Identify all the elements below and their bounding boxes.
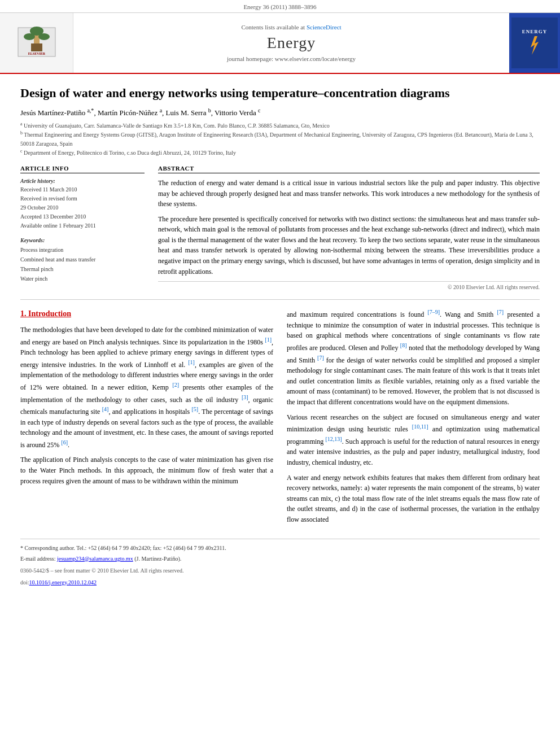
article-title: Design of water and energy networks usin… [20, 85, 540, 102]
svg-point-4 [38, 33, 50, 40]
ref-1b[interactable]: [1] [188, 359, 195, 365]
issn-line: 0360-5442/$ – see front matter © 2010 El… [20, 566, 540, 575]
abstract-para-2: The procedure here presented is specific… [158, 214, 540, 277]
keyword-3: Thermal pinch [20, 264, 145, 274]
body-col-right: and maximum required concentrations is f… [287, 308, 540, 529]
keywords-block: Keywords: Process integration Combined h… [20, 237, 145, 283]
ref-6[interactable]: [6] [61, 439, 68, 445]
email-label: E-mail address: [20, 556, 57, 562]
ref-2[interactable]: [2] [172, 382, 179, 388]
journal-homepage: journal homepage: www.elsevier.com/locat… [227, 55, 356, 62]
affiliation-a: University of Guanajuato, Carr. Salamanc… [24, 123, 330, 129]
article-content: Design of water and energy networks usin… [0, 74, 560, 600]
ref-7-9[interactable]: [7–9] [427, 309, 440, 315]
footnote-email: E-mail address: jesuamp234@salamanca.ugt… [20, 554, 540, 563]
affiliation-c: Department of Energy, Politecnico di Tor… [24, 150, 236, 156]
footnote-area: * Corresponding author. Tel.: +52 (464) … [20, 539, 540, 587]
section1-heading: 1. Introduction [20, 308, 273, 320]
article-affiliations: a University of Guanajuato, Carr. Salama… [20, 121, 540, 157]
svg-point-3 [24, 33, 35, 40]
doi-line: doi:10.1016/j.energy.2010.12.042 [20, 578, 540, 587]
body-para-1: The methodologies that have been develop… [20, 325, 273, 451]
keyword-4: Water pinch [20, 274, 145, 283]
content-divider [20, 299, 540, 300]
page: Energy 36 (2011) 3888–3896 ELSEVIER [0, 0, 560, 747]
ref-10-11[interactable]: [10,11] [412, 423, 428, 430]
elsevier-icon: ELSEVIER [17, 27, 56, 58]
keywords-label: Keywords: [20, 237, 145, 243]
history-item-4: Accepted 13 December 2010 [20, 212, 145, 221]
ref-7[interactable]: [7] [497, 309, 504, 315]
article-authors: Jesús Martínez-Patiño a,*, Martín Picón-… [20, 107, 540, 117]
affiliation-b: Thermal Engineering and Energy Systems G… [20, 132, 533, 147]
body-para-4: Various recent researches on the subject… [287, 412, 540, 468]
abstract-col: ABSTRACT The reduction of energy and wat… [158, 165, 540, 290]
ref-7b[interactable]: [7] [317, 355, 324, 361]
copyright-line: © 2010 Elsevier Ltd. All rights reserved… [158, 281, 540, 290]
history-item-1: Received 11 March 2010 [20, 185, 145, 194]
journal-volume-info: Energy 36 (2011) 3888–3896 [243, 3, 316, 10]
doi-link[interactable]: 10.1016/j.energy.2010.12.042 [29, 579, 97, 586]
article-info-label: ARTICLE INFO [20, 165, 145, 173]
keyword-2: Combined heat and mass transfer [20, 255, 145, 264]
authors-text: Jesús Martínez-Patiño a,*, Martín Picón-… [20, 108, 260, 117]
ref-1[interactable]: [1] [265, 337, 272, 343]
ref-5[interactable]: [5] [191, 406, 198, 412]
svg-rect-5 [31, 43, 42, 51]
article-history-block: Article history: Received 11 March 2010 … [20, 178, 145, 230]
sciencedirect-link[interactable]: ScienceDirect [307, 24, 342, 30]
article-info-col: ARTICLE INFO Article history: Received 1… [20, 165, 145, 290]
body-para-3: and maximum required concentrations is f… [287, 308, 540, 407]
svg-text:ELSEVIER: ELSEVIER [28, 52, 45, 55]
top-bar: Energy 36 (2011) 3888–3896 [0, 0, 560, 13]
body-col-left: 1. Introduction The methodologies that h… [20, 308, 273, 529]
energy-logo-icon: ENERGY [515, 22, 554, 62]
history-item-5: Available online 1 February 2011 [20, 221, 145, 230]
email-link[interactable]: jesuamp234@salamanca.ugto.mx [57, 556, 133, 562]
energy-badge: ENERGY [511, 18, 558, 68]
journal-name: Energy [267, 34, 316, 52]
body-section: 1. Introduction The methodologies that h… [20, 308, 540, 529]
body-para-5: A water and energy network exhibits feat… [287, 473, 540, 525]
journal-badge-right: ENERGY [509, 13, 560, 73]
journal-center: Contents lists available at ScienceDirec… [73, 13, 509, 73]
footnote-corresponding: * Corresponding author. Tel.: +52 (464) … [20, 544, 540, 552]
abstract-text: The reduction of energy and water demand… [158, 178, 540, 277]
elsevier-logo-block: ELSEVIER [0, 13, 73, 73]
email-attribution: (J. Martínez-Patiño). [134, 556, 181, 562]
abstract-para-1: The reduction of energy and water demand… [158, 178, 540, 209]
ref-3[interactable]: [3] [242, 394, 248, 400]
ref-12-13[interactable]: [12,13] [325, 436, 342, 442]
keyword-1: Process integration [20, 245, 145, 255]
abstract-label: ABSTRACT [158, 165, 540, 173]
sciencedirect-line: Contents lists available at ScienceDirec… [241, 24, 341, 30]
history-item-2: Received in revised form [20, 194, 145, 203]
journal-header: ELSEVIER Contents lists available at Sci… [0, 13, 560, 74]
svg-text:ENERGY: ENERGY [522, 29, 548, 34]
article-meta-section: ARTICLE INFO Article history: Received 1… [20, 165, 540, 290]
ref-4[interactable]: [4] [102, 406, 109, 412]
history-item-3: 29 October 2010 [20, 203, 145, 212]
history-label: Article history: [20, 178, 145, 184]
body-para-2: The application of Pinch analysis concep… [20, 455, 273, 486]
ref-8[interactable]: [8] [400, 342, 407, 348]
